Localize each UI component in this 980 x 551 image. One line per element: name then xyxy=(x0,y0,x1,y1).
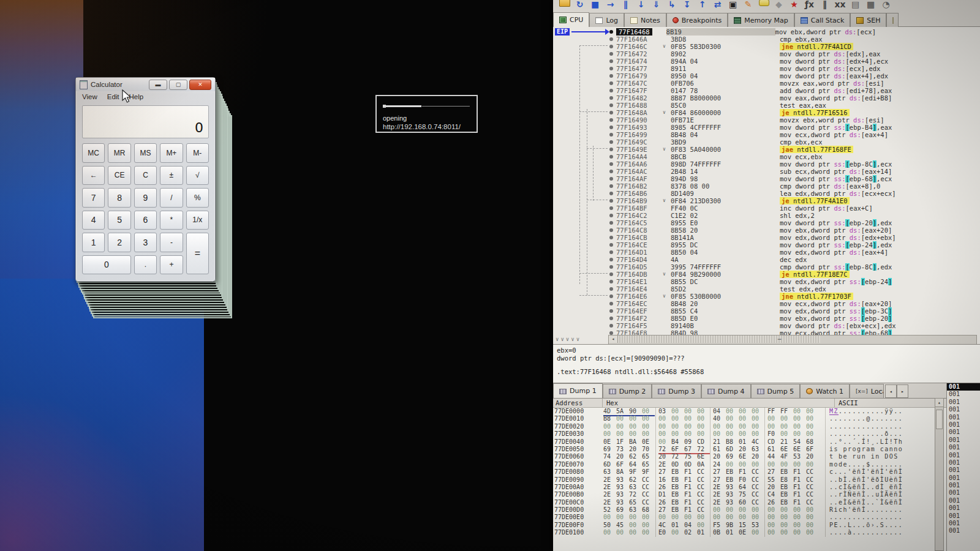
calc-key-4[interactable]: 4 xyxy=(82,211,105,230)
disasm-row[interactable]: 77F164828B87 B8000000mov eax,dword ptr d… xyxy=(608,94,980,102)
calc-key-C[interactable]: C xyxy=(134,166,157,186)
stack-row[interactable]: 001 xyxy=(947,497,980,504)
tab-breakpoints[interactable]: Breakpoints xyxy=(666,13,728,27)
breakpoint-dot[interactable] xyxy=(609,74,613,78)
stack-row[interactable]: 001 xyxy=(947,421,980,429)
stack-row[interactable]: 001 xyxy=(947,482,980,489)
calc-key-MR[interactable]: MR xyxy=(108,143,130,163)
breakpoint-dot[interactable] xyxy=(609,324,613,328)
open-folder-icon[interactable] xyxy=(557,0,572,7)
trace-into-icon[interactable]: ↳ xyxy=(664,0,679,9)
stack-row[interactable]: 001 xyxy=(947,520,980,527)
disasm-row[interactable]: 77F1649E∨0F83 5A040000jae ntdll.77F168FE xyxy=(608,146,980,153)
breakpoint-dot[interactable] xyxy=(609,103,613,107)
disasm-row[interactable]: 77F164798950 04mov dword ptr ds:[eax+4],… xyxy=(608,72,980,80)
restart-icon[interactable]: ↻ xyxy=(572,0,587,9)
breakpoint-dot[interactable] xyxy=(609,199,613,203)
breakpoint-dot[interactable] xyxy=(609,118,613,122)
disasm-row[interactable]: 77F1647C0FB706movzx eax,word ptr ds:[esi… xyxy=(608,80,980,87)
breakpoint-dot[interactable] xyxy=(609,287,613,291)
breakpoint-dot[interactable] xyxy=(609,67,613,70)
clock-icon[interactable]: ◔ xyxy=(878,0,894,9)
disasm-row[interactable]: 77F164F589140Bmov dword ptr ds:[ebx+ecx]… xyxy=(608,322,980,329)
dump-row[interactable]: 77DE00706D6F64652E0D0D0A2400000000000000… xyxy=(553,461,946,468)
stack-row[interactable]: 001 xyxy=(947,406,980,413)
breakpoint-dot[interactable] xyxy=(609,206,613,210)
dump-row[interactable]: 77DE0060742062652072756E20696E20444F5320… xyxy=(553,453,946,460)
stack-row[interactable]: 001 xyxy=(947,391,980,398)
breakpoint-dot[interactable] xyxy=(609,294,613,298)
dump-row[interactable]: 77DE00004D5A90000300000004000000FFFF0000… xyxy=(553,408,946,415)
patch-icon[interactable]: ✎ xyxy=(741,0,756,9)
tab-scroll-left[interactable]: ◂ xyxy=(885,384,897,398)
disasm-row[interactable]: 77F1646A3BD8cmp ebx,eax xyxy=(608,36,980,43)
calc-key-±[interactable]: ± xyxy=(160,166,183,186)
trace-over-icon[interactable]: ↧ xyxy=(679,0,695,9)
breakpoint-dot[interactable] xyxy=(609,177,613,181)
dump-row[interactable]: 77DE002000000000000000000000000000000000… xyxy=(553,423,946,430)
dump-row[interactable]: 77DE00400E1FBA0E00B409CD21B8014CCD215468… xyxy=(553,438,946,446)
disasm-row[interactable]: 77F1649C3BD9cmp ebx,ecx xyxy=(608,138,980,146)
calc-key-7[interactable]: 7 xyxy=(82,188,105,208)
step-into-icon[interactable]: ↓ xyxy=(633,0,649,9)
favorite-icon[interactable]: ★ xyxy=(786,0,802,9)
disasm-row[interactable]: 77F16474894A 04mov dword ptr ds:[edx+4],… xyxy=(608,58,980,65)
disasm-row[interactable]: 77F164D18B50 04mov edx,dword ptr ds:[eax… xyxy=(608,249,980,256)
run-icon[interactable]: → xyxy=(603,0,618,9)
disasm-row[interactable]: 77F164D44Adec edx xyxy=(608,256,980,263)
calc-key-5[interactable]: 5 xyxy=(108,211,130,230)
breakpoint-dot[interactable] xyxy=(609,155,613,159)
stack-row[interactable]: 001 xyxy=(947,527,980,534)
breakpoint-dot[interactable] xyxy=(609,52,613,56)
disasm-row[interactable]: 77F1646C∨0F85 5B3D0300jne ntdll.77F4A1CD xyxy=(608,43,980,50)
breakpoint-dot[interactable] xyxy=(609,162,613,166)
breakpoint-dot[interactable] xyxy=(609,133,613,137)
breakpoint-dot[interactable] xyxy=(609,214,613,217)
breakpoint-dot[interactable] xyxy=(609,89,613,92)
breakpoint-dot[interactable] xyxy=(609,317,613,320)
breakpoint-dot[interactable] xyxy=(609,111,613,114)
monitor-icon[interactable]: ▦ xyxy=(863,0,878,9)
tab-dump-1[interactable]: Dump 1 xyxy=(553,383,603,398)
calculator-titlebar[interactable]: Calculator ▬ ▢ ✕ xyxy=(76,78,215,91)
maximize-button[interactable]: ▢ xyxy=(169,80,187,90)
disasm-row[interactable]: 77F164E18B55 DCmov edx,dword ptr ss:[ebp… xyxy=(608,278,980,285)
calc-key-2[interactable]: 2 xyxy=(108,233,130,252)
calc-key-=[interactable]: = xyxy=(186,233,209,274)
calc-key-9[interactable]: 9 xyxy=(134,188,157,208)
calc-key-1/x[interactable]: 1/x xyxy=(186,211,209,230)
breakpoint-dot[interactable] xyxy=(609,170,613,173)
scrollbar-thumb[interactable] xyxy=(618,335,820,343)
breakpoint-dot[interactable] xyxy=(609,272,613,276)
comment-icon[interactable] xyxy=(756,0,771,7)
calc-key--[interactable]: - xyxy=(160,233,183,252)
fx-icon[interactable]: ƒx xyxy=(802,0,817,9)
tab-notes[interactable]: Notes xyxy=(624,13,666,27)
notebook-icon[interactable]: ▤ xyxy=(848,0,863,9)
menu-item-edit[interactable]: Edit xyxy=(107,93,119,100)
scroll-left-arrow[interactable]: ◂ xyxy=(609,335,618,343)
stack-row[interactable]: 001 xyxy=(947,429,980,436)
disasm-row[interactable]: 77F164C2C1E2 02shl edx,2 xyxy=(608,212,980,219)
breakpoint-dot[interactable] xyxy=(609,30,613,34)
stack-row[interactable]: 001 xyxy=(947,399,980,406)
calc-key-+[interactable]: + xyxy=(160,255,183,275)
step-over-icon[interactable]: ⇓ xyxy=(649,0,664,9)
pause-icon[interactable]: ∥ xyxy=(618,0,633,9)
calc-key-1[interactable]: 1 xyxy=(82,233,105,252)
dump-vertical-scrollbar[interactable]: ▴ xyxy=(935,398,944,551)
breakpoint-dot[interactable] xyxy=(609,309,613,313)
close-button[interactable]: ✕ xyxy=(189,80,211,90)
disasm-row[interactable]: 77F164CE8955 DCmov dword ptr ss:[ebp-24]… xyxy=(608,241,980,249)
disasm-row[interactable]: 77F164998B48 04mov ecx,dword ptr ds:[eax… xyxy=(608,131,980,138)
tab-dump-4[interactable]: Dump 4 xyxy=(701,384,751,398)
breakpoint-dot[interactable] xyxy=(609,265,613,269)
breakpoint-dot[interactable] xyxy=(609,302,613,305)
breakpoint-dot[interactable] xyxy=(609,250,613,254)
disasm-row[interactable]: 77F164900FB71Emovzx ebx,word ptr ds:[esi… xyxy=(608,116,980,124)
calc-key-MC[interactable]: MC xyxy=(82,143,105,163)
stack-row[interactable]: 001 xyxy=(947,467,980,474)
disasm-horizontal-scrollbar[interactable]: ◂ ⋯ xyxy=(608,335,977,344)
dump-row[interactable]: 77DE00902E9362CC16EBF1CC27EBF0CC55E8F1CC… xyxy=(553,476,946,484)
disasm-row[interactable]: 77F164CB8B141Amov edx,dword ptr ds:[edx+… xyxy=(608,234,980,241)
